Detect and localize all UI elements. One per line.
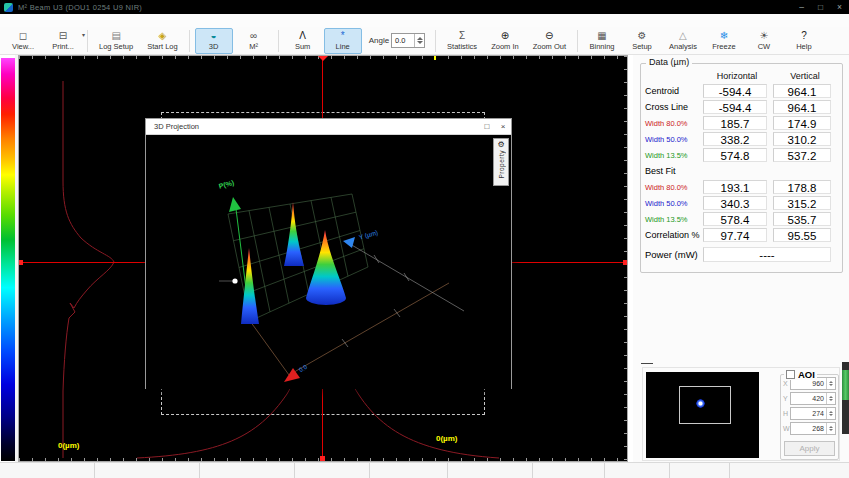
spin-up-icon[interactable] [417, 37, 423, 40]
cw-icon: ☀ [759, 30, 768, 42]
spin-up-icon[interactable] [829, 411, 833, 413]
field-spinner[interactable] [826, 423, 835, 434]
aoi-header: AOI [784, 369, 817, 380]
crosshair-bottom-marker[interactable] [320, 456, 325, 461]
aoi-field-input[interactable]: 268 [790, 422, 836, 435]
3d-icon: ◒ [211, 30, 217, 42]
toolbar-button[interactable]: ⚙ Setup [623, 28, 661, 54]
spin-up-icon[interactable] [829, 381, 833, 383]
power-value: ---- [703, 247, 831, 262]
sum-icon: Λ [299, 30, 306, 42]
freeze-icon: ❄ [720, 30, 728, 42]
toolbar-button[interactable]: Λ Sum [284, 28, 322, 54]
line-icon: * [341, 30, 345, 42]
horizontal-value: 97.74 [703, 228, 767, 242]
property-tab-label: Property [498, 150, 505, 179]
toolbar-button[interactable]: ❄ Freeze [705, 28, 743, 54]
3d-maximize-icon[interactable]: □ [479, 119, 495, 134]
vertical-value: 174.9 [773, 116, 831, 130]
status-item [370, 463, 448, 478]
aoi-preview-rect[interactable] [679, 386, 731, 424]
table-row: Width 50.0% 338.2 310.2 [641, 131, 842, 147]
toolbar-button[interactable]: ? Help [785, 28, 823, 54]
toolbar-button[interactable]: ◒ 3D [195, 28, 233, 54]
status-item [295, 463, 370, 478]
toolbar-button[interactable]: * Line [324, 28, 362, 54]
yellow-origin-tick [434, 56, 436, 60]
spin-down-icon[interactable] [829, 429, 833, 431]
gear-icon: ⚙ [497, 140, 504, 150]
aoi-fields: X 960 Y 420 H 274 W 268 [781, 376, 838, 435]
aoi-checkbox[interactable] [786, 370, 795, 379]
property-tab[interactable]: ⚙ Property [493, 138, 509, 186]
spin-up-icon[interactable] [829, 426, 833, 428]
spin-down-icon[interactable] [829, 414, 833, 416]
title-bar: M² Beam U3 (DOU1 0254 U9 NIR) – □ × [0, 0, 849, 14]
crosshair-left-marker[interactable] [19, 260, 23, 265]
close-icon[interactable]: × [830, 0, 849, 14]
panel-tab[interactable] [641, 362, 653, 364]
aoi-field-input[interactable]: 274 [790, 407, 836, 420]
status-item [0, 463, 95, 478]
aoi-field-input[interactable]: 420 [790, 392, 836, 405]
panel-scrollbar[interactable] [842, 362, 849, 434]
aoi-field-row: Y 420 [783, 391, 836, 405]
toolbar-separator [278, 30, 279, 52]
spin-down-icon[interactable] [829, 384, 833, 386]
toolbar-button[interactable]: ☀ CW [745, 28, 783, 54]
setup-icon: ⚙ [638, 30, 647, 42]
crosshair-top-marker[interactable] [318, 56, 328, 61]
angle-input[interactable]: 0.0 [391, 33, 425, 48]
scrollbar-thumb[interactable] [842, 370, 849, 400]
apply-button[interactable]: Apply [784, 441, 835, 456]
toolbar-button[interactable]: ◻ View... [4, 28, 42, 54]
3d-window-titlebar[interactable]: 3D Projection □ × [146, 119, 511, 135]
toolbar-button[interactable]: ⊕ Zoom In [485, 28, 525, 54]
toolbar-button[interactable]: △ Analysis [663, 28, 703, 54]
spin-down-icon[interactable] [417, 41, 423, 44]
field-spinner[interactable] [826, 393, 835, 404]
minimize-icon[interactable]: – [792, 0, 811, 14]
aoi-group: AOI X 960 Y 420 H 274 [780, 374, 839, 460]
spin-down-icon[interactable] [829, 399, 833, 401]
data-group: Data (µm) Horizontal Vertical Centroid -… [640, 63, 843, 273]
toolbar-separator [87, 30, 88, 52]
toolbar-button[interactable]: ▦ Binning [583, 28, 621, 54]
aoi-field-row: H 274 [783, 406, 836, 420]
toolbar-button[interactable]: ▤ Log Setup [93, 28, 139, 54]
horizontal-value: 578.4 [703, 212, 767, 226]
maximize-icon[interactable]: □ [811, 0, 830, 14]
toolbar-button[interactable]: ∞ M² [235, 28, 273, 54]
log-setup-icon: ▤ [111, 30, 120, 42]
field-spinner[interactable] [826, 378, 835, 389]
toolbar-button[interactable]: ◈ Start Log [141, 28, 183, 54]
toolbar-button[interactable]: ⊟ Print... [44, 28, 82, 54]
data-table-header: Horizontal Vertical [641, 71, 842, 81]
view-icon: ◻ [19, 30, 27, 42]
app-window: M² Beam U3 (DOU1 0254 U9 NIR) – □ × ◻ Vi… [0, 0, 849, 478]
spin-up-icon[interactable] [829, 396, 833, 398]
toolbar-separator [577, 30, 578, 52]
toolbar-button[interactable]: ⊖ Zoom Out [527, 28, 572, 54]
field-spinner[interactable] [826, 408, 835, 419]
3d-close-icon[interactable]: × [495, 119, 511, 134]
window-title: M² Beam U3 (DOU1 0254 U9 NIR) [18, 3, 142, 12]
data-group-label: Data (µm) [646, 57, 692, 67]
horizontal-value: 185.7 [703, 116, 767, 130]
crosshair-right-marker[interactable] [623, 260, 627, 265]
toolbar-button[interactable]: Σ Statistics [441, 28, 483, 54]
data-table-rows: Centroid -594.4 964.1 Cross Line -594.4 … [641, 83, 842, 243]
camera-preview[interactable] [646, 372, 759, 458]
3d-plot-area[interactable]: P(%) Y (µm) 0.0 ⚙ Property [146, 135, 511, 389]
horizontal-value: -594.4 [703, 84, 767, 98]
angle-spinner[interactable] [414, 34, 424, 47]
table-row: Cross Line -594.4 964.1 [641, 99, 842, 115]
table-row: Best Fit [641, 163, 842, 179]
3d-projection-window[interactable]: 3D Projection □ × [145, 118, 512, 389]
status-item [200, 463, 295, 478]
x-axis-origin-label: 0(µm) [436, 434, 458, 443]
angle-label: Angle [369, 36, 389, 45]
app-icon [4, 3, 13, 12]
zoom-out-icon: ⊖ [545, 30, 553, 42]
status-item [605, 463, 670, 478]
